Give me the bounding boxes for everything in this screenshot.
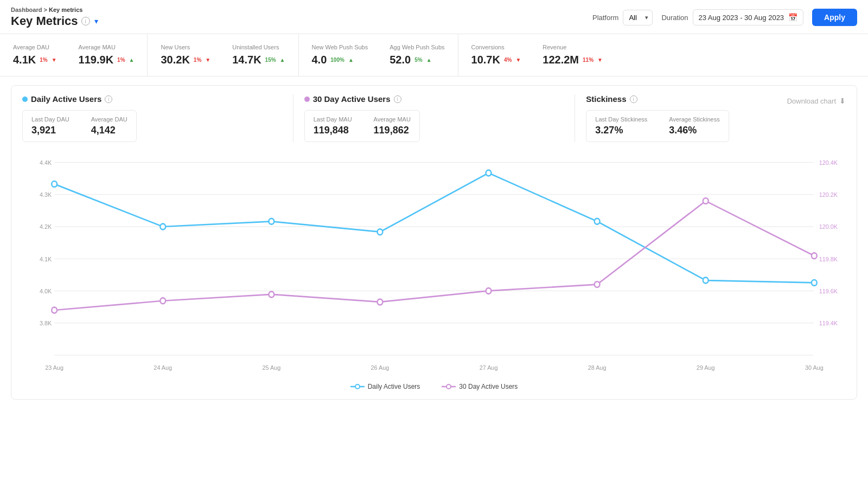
page-info-icon[interactable]: i — [81, 17, 90, 25]
svg-text:4.2K: 4.2K — [40, 223, 52, 230]
platform-select[interactable]: All — [623, 10, 653, 25]
mau-info-icon[interactable]: i — [394, 95, 401, 103]
mau-avg-stat: Average MAU 119,862 — [374, 116, 411, 136]
svg-text:25 Aug: 25 Aug — [262, 364, 280, 371]
dau-point-1 — [160, 224, 165, 230]
svg-text:119.8K: 119.8K — [819, 255, 838, 262]
agg-push-arrow: ▲ — [426, 57, 432, 63]
stickiness-header: Stickiness i Last Day Stickiness 3.27% A… — [586, 94, 742, 142]
calendar-icon: 📅 — [788, 13, 797, 22]
svg-text:27 Aug: 27 Aug — [480, 364, 498, 371]
uninstalled-arrow: ▲ — [280, 57, 285, 63]
svg-text:4.0K: 4.0K — [40, 287, 52, 294]
svg-text:26 Aug: 26 Aug — [371, 364, 390, 371]
metric-group-3: New Web Push Subs 4.0 100% ▲ Agg Web Pus… — [299, 34, 458, 76]
chart-headers: Daily Active Users i Last Day DAU 3,921 … — [22, 94, 846, 142]
metric-uninstalled: Uninstalled Users 14.7K 15% ▲ — [232, 44, 285, 66]
legend-dau: Daily Active Users — [350, 383, 420, 390]
platform-label: Platform — [592, 14, 618, 22]
dau-stats-box: Last Day DAU 3,921 Average DAU 4,142 — [22, 110, 137, 142]
dau-point-7 — [812, 280, 817, 286]
dau-point-2 — [269, 219, 274, 224]
mau-point-2 — [269, 292, 274, 298]
svg-text:23 Aug: 23 Aug — [45, 364, 63, 371]
mau-arrow: ▲ — [129, 57, 135, 63]
metric-revenue: Revenue 122.2M 11% ▼ — [542, 44, 603, 66]
stickiness-last-day-stat: Last Day Stickiness 3.27% — [595, 116, 647, 136]
mau-point-5 — [595, 281, 600, 287]
dau-point-5 — [595, 219, 600, 224]
svg-text:120.0K: 120.0K — [819, 223, 838, 230]
dau-point-3 — [378, 229, 383, 235]
conversions-arrow: ▼ — [515, 57, 521, 63]
mau-title: 30 Day Active Users — [313, 94, 391, 104]
mau-point-3 — [378, 299, 383, 305]
page-title: Key Metrics — [11, 14, 78, 28]
mau-point-0 — [52, 307, 57, 313]
duration-label: Duration — [661, 14, 688, 22]
mau-point-7 — [812, 253, 817, 259]
mau-last-day-stat: Last Day MAU 119,848 — [314, 116, 352, 136]
legend-mau: 30 Day Active Users — [442, 383, 518, 390]
dau-point-0 — [52, 181, 57, 187]
new-users-arrow: ▼ — [205, 57, 210, 63]
stickiness-avg-stat: Average Stickiness 3.46% — [669, 116, 719, 136]
svg-text:24 Aug: 24 Aug — [154, 364, 172, 371]
download-chart-button[interactable]: Download chart ⬇ — [787, 97, 846, 105]
metric-avg-dau: Average DAU 4.1K 1% ▼ — [13, 44, 57, 66]
svg-text:4.4K: 4.4K — [40, 159, 52, 166]
svg-text:120.2K: 120.2K — [819, 191, 838, 198]
svg-point-30 — [446, 384, 451, 389]
mau-point-1 — [160, 298, 165, 304]
dau-arrow: ▼ — [52, 57, 57, 63]
metric-new-users: New Users 30.2K 1% ▼ — [161, 44, 210, 66]
page-title-chevron[interactable]: ▾ — [94, 17, 98, 25]
chart-legend: Daily Active Users 30 Day Active Users — [22, 383, 846, 390]
new-push-arrow: ▲ — [348, 57, 354, 63]
chart-section: Daily Active Users i Last Day DAU 3,921 … — [11, 85, 857, 400]
svg-text:119.4K: 119.4K — [819, 320, 838, 327]
dau-point-6 — [703, 278, 709, 284]
mau-header: 30 Day Active Users i Last Day MAU 119,8… — [304, 94, 564, 142]
chart-container: .grid-line { stroke: #e8e8e8; stroke-wid… — [22, 151, 846, 378]
svg-point-28 — [355, 384, 360, 389]
download-area: Download chart ⬇ — [742, 94, 846, 105]
date-range-input[interactable]: 23 Aug 2023 - 30 Aug 2023 📅 — [693, 9, 804, 25]
mau-point-6 — [703, 198, 709, 204]
dau-dot — [22, 97, 28, 102]
apply-button[interactable]: Apply — [812, 9, 857, 26]
mau-point-4 — [486, 288, 492, 294]
metric-group-4: Conversions 10.7K 4% ▼ Revenue 122.2M 11… — [458, 34, 616, 76]
divider-1 — [293, 94, 293, 142]
dau-title: Daily Active Users — [31, 94, 101, 104]
svg-text:4.3K: 4.3K — [40, 191, 52, 198]
metrics-bar: Average DAU 4.1K 1% ▼ Average MAU 119.9K… — [0, 34, 868, 76]
svg-text:30 Aug: 30 Aug — [805, 364, 824, 371]
metric-conversions: Conversions 10.7K 4% ▼ — [471, 44, 521, 66]
legend-dau-line-icon — [350, 383, 365, 390]
line-chart: .grid-line { stroke: #e8e8e8; stroke-wid… — [22, 151, 846, 378]
metric-group-1: Average DAU 4.1K 1% ▼ Average MAU 119.9K… — [0, 34, 148, 76]
svg-text:120.4K: 120.4K — [819, 159, 838, 166]
stickiness-stats-box: Last Day Stickiness 3.27% Average Sticki… — [586, 110, 729, 142]
svg-text:3.8K: 3.8K — [40, 320, 52, 327]
metric-avg-mau: Average MAU 119.9K 1% ▲ — [79, 44, 135, 66]
breadcrumb: Dashboard > Key metrics — [11, 7, 98, 13]
divider-2 — [575, 94, 575, 142]
dau-last-day-stat: Last Day DAU 3,921 — [31, 116, 69, 136]
svg-text:4.1K: 4.1K — [40, 255, 52, 262]
metric-new-push: New Web Push Subs 4.0 100% ▲ — [312, 44, 368, 66]
stickiness-title: Stickiness — [586, 94, 626, 104]
dau-avg-stat: Average DAU 4,142 — [91, 116, 127, 136]
legend-mau-line-icon — [442, 383, 456, 390]
dau-point-4 — [486, 170, 492, 176]
metric-group-2: New Users 30.2K 1% ▼ Uninstalled Users 1… — [148, 34, 298, 76]
stickiness-info-icon[interactable]: i — [630, 95, 637, 103]
dau-header: Daily Active Users i Last Day DAU 3,921 … — [22, 94, 282, 142]
mau-dot — [304, 97, 310, 102]
dau-info-icon[interactable]: i — [105, 95, 112, 103]
revenue-arrow: ▼ — [597, 57, 603, 63]
download-icon: ⬇ — [839, 97, 846, 105]
svg-text:29 Aug: 29 Aug — [697, 364, 715, 371]
mau-stats-box: Last Day MAU 119,848 Average MAU 119,862 — [304, 110, 420, 142]
